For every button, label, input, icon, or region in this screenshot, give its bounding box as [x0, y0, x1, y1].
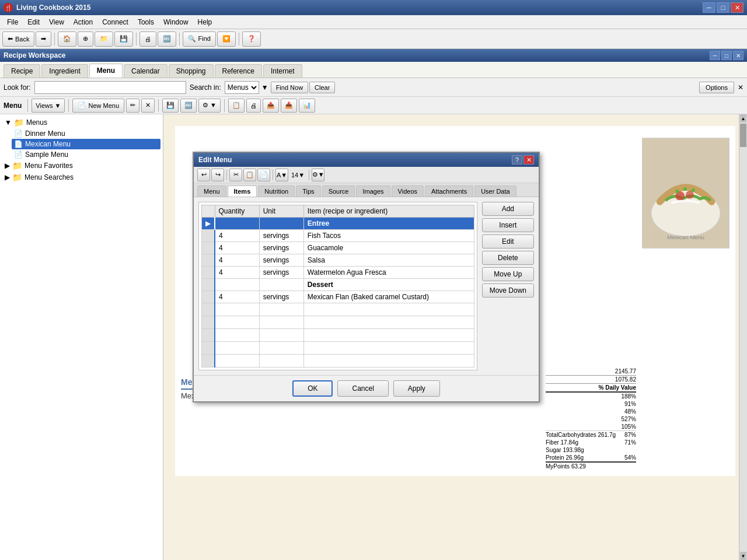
clear-button[interactable]: Clear [309, 82, 335, 93]
print-menu-button[interactable]: 🖨 [246, 99, 261, 113]
folder-icon-2: 📁 [12, 161, 22, 170]
sub-window-bar: Recipe Workspace ─ □ ✕ [0, 49, 747, 62]
find-button[interactable]: 🔍 Find [183, 32, 215, 47]
dialog-tab-tips[interactable]: Tips [296, 186, 320, 197]
dialog-paste-button[interactable]: 📄 [257, 169, 270, 181]
font-menu-button[interactable]: 🔤 [180, 99, 197, 113]
search-input[interactable] [34, 81, 186, 94]
edit-item-button[interactable]: Edit [482, 235, 534, 249]
ok-button[interactable]: OK [292, 380, 333, 397]
dialog-redo-button[interactable]: ↪ [211, 169, 224, 181]
tree-sample-menu[interactable]: 📄 Sample Menu [12, 149, 160, 160]
options-button[interactable]: Options [699, 82, 734, 93]
scrollbar[interactable]: ▲ ▼ [739, 114, 747, 560]
minimize-button[interactable]: ─ [703, 2, 715, 13]
nutrition-fiber-label: Fiber 17.84g [546, 439, 578, 446]
dialog-settings-button[interactable]: ⚙▼ [312, 169, 324, 181]
views-button[interactable]: Views ▼ [32, 99, 65, 113]
table-row[interactable]: Dessert [202, 279, 474, 291]
table-row[interactable]: 4 servings Mexican Flan (Baked caramel C… [202, 291, 474, 303]
table-row[interactable]: 4 servings Guacamole [202, 242, 474, 254]
sub-close-button[interactable]: ✕ [733, 51, 743, 60]
menu-connect[interactable]: Connect [97, 17, 133, 27]
dialog-help-button[interactable]: ? [512, 155, 522, 164]
tree-menu-favorites[interactable]: ▶ 📁 Menu Favorites [2, 160, 160, 172]
dialog-undo-button[interactable]: ↩ [197, 169, 210, 181]
tab-ingredient[interactable]: Ingredient [41, 64, 88, 78]
dialog-cut-button[interactable]: ✂ [229, 169, 242, 181]
edit-menu-button[interactable]: ✏ [126, 99, 139, 113]
menu-window[interactable]: Window [159, 17, 193, 27]
dialog-tab-nutrition[interactable]: Nutrition [258, 186, 295, 197]
cell-item: Dessert [303, 279, 474, 291]
filter-button[interactable]: 🔽 [217, 32, 236, 47]
table-row[interactable]: ▶ Entree [202, 218, 474, 230]
close-button[interactable]: ✕ [731, 2, 743, 13]
dialog-tab-images[interactable]: Images [356, 186, 390, 197]
tree-menus[interactable]: ▼ 📁 Menus [2, 117, 160, 128]
forward-button[interactable]: ➡ [36, 32, 51, 47]
menu-action[interactable]: Action [69, 17, 97, 27]
delete-menu-button[interactable]: ✕ [141, 99, 155, 113]
open-button[interactable]: 📁 [95, 32, 113, 47]
tab-internet[interactable]: Internet [263, 64, 302, 78]
help-button[interactable]: ❓ [242, 32, 261, 47]
export-button[interactable]: 📤 [263, 99, 279, 113]
cancel-button[interactable]: Cancel [337, 380, 388, 397]
find-now-button[interactable]: Find Now [271, 82, 308, 93]
table-row[interactable]: 4 servings Salsa [202, 254, 474, 267]
dialog-copy-button[interactable]: 📋 [243, 169, 256, 181]
font-button[interactable]: 🔤 [158, 32, 176, 47]
scrollbar-thumb[interactable] [740, 124, 746, 147]
tab-recipe[interactable]: Recipe [4, 64, 40, 78]
move-down-button[interactable]: Move Down [482, 284, 534, 298]
move-up-button[interactable]: Move Up [482, 267, 534, 281]
tab-calendar[interactable]: Calendar [124, 64, 167, 78]
scroll-down-button[interactable]: ▼ [740, 552, 746, 560]
dialog-tab-items[interactable]: Items [228, 186, 257, 197]
home-button[interactable]: 🏠 [58, 32, 76, 47]
new-menu-button[interactable]: 📄 New Menu [72, 99, 124, 113]
menu-tools[interactable]: Tools [133, 17, 159, 27]
table-row[interactable]: 4 servings Watermelon Agua Fresca [202, 267, 474, 279]
menu-view[interactable]: View [44, 17, 69, 27]
dialog-font-size: 14▼ [289, 172, 306, 178]
print-button[interactable]: 🖨 [139, 32, 156, 47]
scroll-up-button[interactable]: ▲ [740, 114, 746, 123]
dialog-tab-source[interactable]: Source [322, 186, 355, 197]
add-button[interactable]: ⊕ [78, 32, 93, 47]
settings-button[interactable]: ⚙ ▼ [198, 99, 221, 113]
tree-dinner-menu[interactable]: 📄 Dinner Menu [12, 128, 160, 139]
dialog-font-button[interactable]: A▼ [275, 169, 288, 181]
menu-help[interactable]: Help [193, 17, 217, 27]
copy-button[interactable]: 📋 [228, 99, 245, 113]
save-button[interactable]: 💾 [114, 32, 133, 47]
tab-menu[interactable]: Menu [89, 64, 123, 78]
dialog-tab-userdata[interactable]: User Data [474, 186, 516, 197]
close-search-button[interactable]: ✕ [738, 83, 743, 92]
dialog-tab-attachments[interactable]: Attachments [425, 186, 473, 197]
tab-reference[interactable]: Reference [215, 64, 262, 78]
menu-file[interactable]: File [2, 17, 23, 27]
chart-button[interactable]: 📊 [299, 99, 315, 113]
tree-menu-searches[interactable]: ▶ 📁 Menu Searches [2, 172, 160, 183]
dialog-close-button[interactable]: ✕ [523, 155, 534, 164]
dialog-tab-menu[interactable]: Menu [197, 186, 226, 197]
sub-minimize-button[interactable]: ─ [710, 51, 720, 60]
table-row[interactable]: 4 servings Fish Tacos [202, 230, 474, 242]
import-button[interactable]: 📥 [281, 99, 297, 113]
search-in-select[interactable]: Menus [225, 81, 259, 94]
save-menu-button[interactable]: 💾 [162, 99, 179, 113]
tree-mexican-menu[interactable]: 📄 Mexican Menu [12, 139, 160, 149]
toolbar-sep3 [179, 33, 180, 46]
insert-item-button[interactable]: Insert [482, 218, 534, 232]
delete-item-button[interactable]: Delete [482, 251, 534, 265]
dialog-tab-videos[interactable]: Videos [392, 186, 424, 197]
menu-edit[interactable]: Edit [23, 17, 44, 27]
apply-button[interactable]: Apply [393, 380, 440, 397]
maximize-button[interactable]: □ [717, 2, 729, 13]
sub-maximize-button[interactable]: □ [721, 51, 732, 60]
add-item-button[interactable]: Add [482, 202, 534, 216]
tab-shopping[interactable]: Shopping [169, 64, 214, 78]
back-button[interactable]: ⬅ Back [2, 32, 34, 47]
